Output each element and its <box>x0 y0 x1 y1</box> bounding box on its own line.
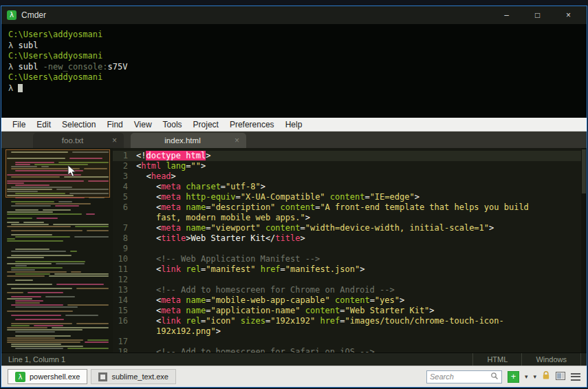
code-text[interactable]: <link rel="icon" sizes="192x192" href="i… <box>136 316 535 337</box>
menu-item-file[interactable]: File <box>7 118 31 132</box>
line-number: 10 <box>113 254 136 264</box>
minimap-line <box>7 213 82 215</box>
menu-item-project[interactable]: Project <box>188 118 224 132</box>
code-text[interactable]: <head> <box>136 171 535 182</box>
code-line: 11 <link rel="manifest" href="manifest.j… <box>113 264 581 275</box>
minimap-line <box>23 222 44 223</box>
tab-foo-txt[interactable]: foo.txt× <box>33 133 124 148</box>
tiles-icon[interactable] <box>556 370 565 383</box>
code-text[interactable] <box>136 275 535 285</box>
minimap-line <box>11 269 35 271</box>
minimap-line <box>15 236 70 238</box>
code-text[interactable]: <!-- Add to homescreen for Chrome on And… <box>136 285 535 295</box>
minimap-line <box>11 205 51 207</box>
minimap-line <box>74 236 109 238</box>
terminal-body[interactable]: C:\Users\addyosmaniλ sublC:\Users\addyos… <box>1 24 587 118</box>
code-area[interactable]: 1<!doctype html>2<html lang="">3 <head>4… <box>113 148 581 353</box>
minimap-line <box>67 348 109 349</box>
new-console-dropdown-icon[interactable]: ▾ <box>525 373 528 380</box>
code-text[interactable]: <meta name="viewport" content="width=dev… <box>136 223 535 233</box>
line-number: 11 <box>113 264 136 275</box>
minimap-line <box>36 218 58 219</box>
code-text[interactable]: <html lang=""> <box>136 161 535 171</box>
search-input[interactable] <box>430 372 490 381</box>
code-line: 2<html lang=""> <box>113 161 581 171</box>
menu-item-view[interactable]: View <box>129 118 157 132</box>
menu-item-preferences[interactable]: Preferences <box>224 118 280 132</box>
minimap-line <box>11 296 41 297</box>
window-title: Cmder <box>21 10 46 20</box>
code-text[interactable]: <meta http-equiv="X-UA-Compatible" conte… <box>136 192 535 202</box>
terminal-path: C:\Users\addyosmani <box>8 51 102 61</box>
line-number: 6 <box>113 202 136 223</box>
minimap-line <box>86 213 95 215</box>
code-line: 14 <meta name="mobile-web-app-capable" c… <box>113 295 581 306</box>
close-button[interactable]: × <box>553 6 584 24</box>
console-switch-dropdown-icon[interactable]: ▾ <box>533 373 536 380</box>
code-line: 9 <box>113 244 581 254</box>
tab-index-html[interactable]: index.html× <box>131 133 246 148</box>
terminal-text: -new_console: <box>43 62 108 72</box>
code-text[interactable]: <!-- Add to homescreen for Safari on iOS… <box>136 347 535 353</box>
lock-icon[interactable] <box>542 370 550 383</box>
code-line: 15 <meta name="application-name" content… <box>113 306 581 316</box>
line-number: 5 <box>113 192 136 202</box>
code-line: 12 <box>113 275 581 285</box>
minimap-line <box>7 339 83 341</box>
minimap-line <box>11 224 49 225</box>
line-number: 3 <box>113 171 136 182</box>
scrollbar-thumb[interactable] <box>582 149 586 193</box>
code-text[interactable]: <link rel="manifest" href="manifest.json… <box>136 264 535 275</box>
minimap-line <box>7 211 53 213</box>
code-text[interactable]: <meta charset="utf-8"> <box>136 182 535 192</box>
menu-item-edit[interactable]: Edit <box>31 118 56 132</box>
menu-icon[interactable] <box>571 373 580 381</box>
tab-close-icon[interactable]: × <box>105 136 117 145</box>
minimap[interactable] <box>1 148 113 353</box>
minimap-line <box>7 218 32 219</box>
code-text[interactable]: <meta name="application-name" content="W… <box>136 306 535 316</box>
code-text[interactable]: <!doctype html> <box>136 151 535 161</box>
menu-item-selection[interactable]: Selection <box>56 118 101 132</box>
code-text[interactable]: <!-- Web Application Manifest --> <box>136 254 535 264</box>
code-text[interactable] <box>136 337 535 347</box>
syntax-indicator[interactable]: HTML <box>472 353 521 366</box>
terminal-text: s75V <box>108 62 128 72</box>
line-number: 16 <box>113 316 136 337</box>
terminal-path: C:\Users\addyosmani <box>8 30 102 39</box>
new-console-button[interactable]: + <box>508 371 519 383</box>
menu-item-help[interactable]: Help <box>280 118 308 132</box>
menu-item-tools[interactable]: Tools <box>157 118 188 132</box>
line-endings-indicator[interactable]: Windows <box>521 353 581 366</box>
task-tab-powershell-exe[interactable]: λpowershell.exe <box>8 369 87 384</box>
line-number: 12 <box>113 275 136 285</box>
code-text[interactable]: <meta name="mobile-web-app-capable" cont… <box>136 295 535 306</box>
minimap-line <box>7 226 71 227</box>
minimap-line <box>76 288 109 289</box>
title-bar[interactable]: λ Cmder – □ × <box>1 6 587 24</box>
minimap-line <box>85 341 109 343</box>
minimap-line <box>7 257 44 258</box>
menu-item-find[interactable]: Find <box>101 118 128 132</box>
code-text[interactable] <box>136 244 535 254</box>
minimap-line <box>7 329 83 330</box>
maximize-button[interactable]: □ <box>522 6 553 24</box>
code-line: 10 <!-- Web Application Manifest --> <box>113 254 581 264</box>
code-text[interactable]: <meta name="description" content="A fron… <box>136 202 535 223</box>
minimap-line <box>15 209 39 211</box>
line-number: 8 <box>113 233 136 244</box>
terminal-path: C:\Users\addyosmani <box>8 72 102 82</box>
minimap-line <box>75 226 109 227</box>
minimize-button[interactable]: – <box>491 6 522 24</box>
line-number: 17 <box>113 337 136 347</box>
task-tab-sublime_text-exe[interactable]: sublime_text.exe <box>91 369 176 384</box>
minimap-viewport[interactable] <box>6 149 110 198</box>
code-text[interactable]: <title>Web Starter Kit</title> <box>136 233 535 244</box>
taskbar-controls: + ▾ ▾ <box>426 370 580 383</box>
editor-scrollbar[interactable] <box>581 148 587 353</box>
terminal-line: λ <box>8 83 587 94</box>
code-line: 1<!doctype html> <box>113 151 581 161</box>
minimap-line <box>7 271 67 273</box>
tab-close-icon[interactable]: × <box>228 136 239 145</box>
minimap-line <box>53 224 109 225</box>
